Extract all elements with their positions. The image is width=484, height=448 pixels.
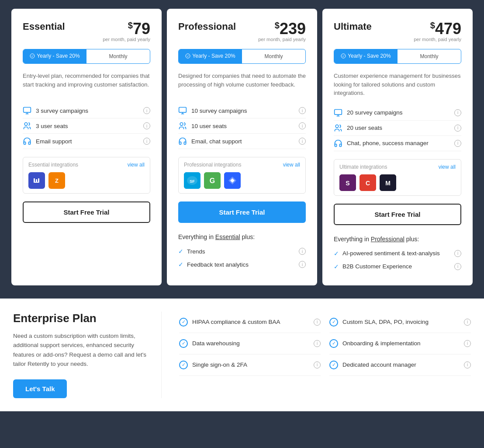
integrations-box-professional: Professional integrations view all SF G <box>178 157 306 194</box>
ent-feature-left: ✓ Data warehousing <box>179 339 240 348</box>
lets-talk-button[interactable]: Let's Talk <box>13 379 67 398</box>
monthly-toggle-professional[interactable]: Monthly <box>242 49 305 63</box>
ent-info-icon[interactable]: i <box>464 361 471 368</box>
check-icon: ✓ <box>334 263 339 270</box>
feature-text: Chat, phone, success manager <box>347 140 429 146</box>
info-icon[interactable]: i <box>454 263 461 270</box>
ent-feature-text: Single sign-on & 2FA <box>192 361 247 368</box>
info-icon[interactable]: i <box>454 250 461 257</box>
feature-left: Email support <box>23 137 72 146</box>
feature-item: Email, chat support i <box>178 134 306 149</box>
price-block-professional: $239 per month, paid yearly <box>258 21 306 42</box>
svg-text:SF: SF <box>190 179 195 184</box>
svg-point-23 <box>341 54 346 58</box>
svg-rect-1 <box>24 108 31 113</box>
plan-name-ultimate: Ultimate <box>334 21 372 32</box>
billing-toggle-professional: Yearly - Save 20% Monthly <box>178 49 306 64</box>
enterprise-feature-item: ✓ HIPAA compliance & custom BAA i <box>179 312 321 333</box>
monthly-toggle-ultimate[interactable]: Monthly <box>398 49 461 63</box>
feature-item: Email support i <box>23 134 150 149</box>
info-icon[interactable]: i <box>299 107 306 114</box>
extra-item-left: ✓ Feedback text analytics <box>178 261 249 268</box>
extra-item: ✓ Trends i <box>178 245 306 258</box>
ent-feature-left: ✓ HIPAA compliance & custom BAA <box>179 318 280 326</box>
ent-check-icon: ✓ <box>179 339 188 348</box>
svg-text:Z: Z <box>55 177 59 184</box>
integrations-header: Essential integrations view all <box>28 162 145 168</box>
plan-description-ultimate: Customer experience management for busin… <box>334 72 461 97</box>
enterprise-feature-item: ✓ Custom SLA, DPA, PO, invoicing i <box>329 312 471 333</box>
feature-text: 20 user seats <box>347 125 382 131</box>
dollar-sign: $ <box>275 21 280 30</box>
extra-item-text: Feedback text analytics <box>187 261 249 268</box>
info-icon[interactable]: i <box>454 140 461 147</box>
feature-item: 20 survey campaigns i <box>334 105 461 121</box>
cta-button-ultimate[interactable]: Start Free Trial <box>334 204 461 225</box>
dollar-sign: $ <box>128 21 133 30</box>
feature-left: 3 user seats <box>23 122 68 130</box>
price-period-professional: per month, paid yearly <box>258 37 306 42</box>
ent-info-icon[interactable]: i <box>464 340 471 347</box>
billing-toggle-essential: Yearly - Save 20% Monthly <box>23 49 150 64</box>
enterprise-left: Enterprise Plan Need a custom subscripti… <box>13 312 162 398</box>
feature-left: Email, chat support <box>178 137 242 146</box>
info-icon[interactable]: i <box>299 138 306 145</box>
ent-info-icon[interactable]: i <box>314 361 321 368</box>
info-icon[interactable]: i <box>454 125 461 132</box>
enterprise-feature-item: ✓ Onboarding & implementation i <box>329 333 471 354</box>
monthly-toggle-essential[interactable]: Monthly <box>86 49 150 63</box>
cta-button-essential[interactable]: Start Free Trial <box>23 201 150 223</box>
integration-icon-slack: S <box>339 174 356 191</box>
feature-item: 10 user seats i <box>178 118 306 134</box>
info-icon[interactable]: i <box>454 109 461 116</box>
feature-left: 20 survey campaigns <box>334 108 403 117</box>
integrations-label: Professional integrations <box>184 162 241 168</box>
integrations-header: Professional integrations view all <box>184 162 300 168</box>
features-list-essential: 3 survey campaigns i 3 user seats i <box>23 103 150 149</box>
feature-text: Email, chat support <box>191 138 242 145</box>
yearly-toggle-ultimate[interactable]: Yearly - Save 20% <box>334 49 398 63</box>
info-icon[interactable]: i <box>299 248 306 255</box>
info-icon[interactable]: i <box>143 138 150 145</box>
info-icon[interactable]: i <box>143 107 150 114</box>
feature-text: Email support <box>36 138 72 145</box>
feature-text: 20 survey campaigns <box>347 109 403 116</box>
ent-info-icon[interactable]: i <box>464 319 471 326</box>
view-all-link-essential[interactable]: view all <box>128 162 145 168</box>
extras-list-ultimate: ✓ AI-powered sentiment & text-analysis i… <box>334 247 461 273</box>
svg-rect-13 <box>179 108 187 113</box>
svg-text:S: S <box>346 180 349 187</box>
integrations-header: Ultimate integrations view all <box>339 164 456 170</box>
ent-check-icon: ✓ <box>179 361 188 369</box>
svg-text:G: G <box>210 177 215 184</box>
ent-feature-left: ✓ Onboarding & implementation <box>329 339 421 348</box>
integrations-box-essential: Essential integrations view all Z <box>23 157 150 194</box>
plan-description-essential: Entry-level plan, recommended for compan… <box>23 72 150 95</box>
yearly-toggle-professional[interactable]: Yearly - Save 20% <box>179 49 242 63</box>
ent-feature-text: Data warehousing <box>192 340 240 347</box>
info-icon[interactable]: i <box>299 122 306 129</box>
ent-info-icon[interactable]: i <box>314 319 321 326</box>
integrations-box-ultimate: Ultimate integrations view all S C M <box>334 159 461 196</box>
view-all-link-professional[interactable]: view all <box>283 162 300 168</box>
dollar-sign: $ <box>430 21 435 30</box>
check-icon: ✓ <box>178 261 183 268</box>
price-block-ultimate: $479 per month, paid yearly <box>414 21 461 42</box>
price-block-essential: $79 per month, paid yearly <box>103 21 150 42</box>
extra-item-left: ✓ AI-powered sentiment & text-analysis <box>334 250 440 257</box>
feature-left: 10 survey campaigns <box>178 106 247 115</box>
feature-item: 3 user seats i <box>23 118 150 134</box>
integrations-label: Essential integrations <box>28 162 78 168</box>
price-amount-professional: $239 <box>258 21 306 37</box>
view-all-link-ultimate[interactable]: view all <box>439 164 456 170</box>
ent-info-icon[interactable]: i <box>314 340 321 347</box>
feature-left: 3 survey campaigns <box>23 106 88 115</box>
cta-button-professional[interactable]: Start Free Trial <box>178 201 306 223</box>
card-header-ultimate: Ultimate $479 per month, paid yearly <box>334 21 461 42</box>
info-icon[interactable]: i <box>143 122 150 129</box>
ent-feature-text: Dedicated account manager <box>342 361 416 368</box>
yearly-toggle-essential[interactable]: Yearly - Save 20% <box>23 49 86 63</box>
info-icon[interactable]: i <box>299 261 306 268</box>
enterprise-feature-item: ✓ Data warehousing i <box>179 333 321 354</box>
integration-icon-zendesk: Z <box>48 172 65 189</box>
